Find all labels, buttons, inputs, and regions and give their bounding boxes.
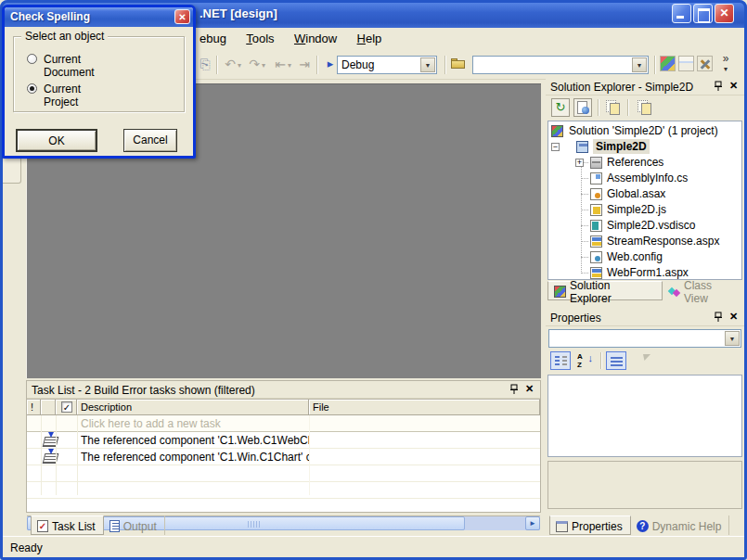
properties-view-icon[interactable] <box>606 351 626 370</box>
pin-icon[interactable] <box>713 312 724 323</box>
new-task-row[interactable]: Click here to add a new task <box>27 415 540 432</box>
find-combo[interactable]: ▼ <box>472 56 649 74</box>
scroll-right-icon[interactable]: ► <box>525 516 540 530</box>
properties-tab-bar: Properties ? Dynamic Help <box>549 515 729 535</box>
redo-dropdown-icon[interactable]: ▾ <box>262 61 265 70</box>
tree-item-vsdisco[interactable]: Simple2D.vsdisco <box>548 218 741 234</box>
menu-item-help[interactable]: Help <box>349 28 391 50</box>
radio-icon[interactable] <box>27 54 37 64</box>
tree-item-web-config[interactable]: Web.config <box>548 249 741 265</box>
minimize-button[interactable] <box>672 4 691 23</box>
menu-item-window[interactable]: Window <box>286 28 345 50</box>
combo-dropdown-icon[interactable]: ▼ <box>420 57 435 72</box>
task-row[interactable]: The referenced component 'C1.Web.C1WebCh… <box>27 432 540 449</box>
solution-explorer-panel: Solution Explorer - Simple2D ✕ ↻ Solutio… <box>546 78 744 301</box>
close-icon[interactable]: ✕ <box>728 80 740 92</box>
tree-item-solution[interactable]: Solution 'Simple2D' (1 project) <box>548 123 741 139</box>
tab-label: Dynamic Help <box>652 520 722 533</box>
gridline <box>77 415 78 495</box>
tab-properties[interactable]: Properties <box>549 515 631 535</box>
chevron-dropdown-icon: ▾ <box>724 65 728 73</box>
show-all-files-icon[interactable] <box>635 98 653 117</box>
radio-selected-icon[interactable] <box>27 83 37 94</box>
empty-row <box>27 482 540 499</box>
tab-class-view[interactable]: Class View <box>663 281 747 300</box>
navigate-back-icon[interactable]: ⇤ <box>272 56 289 72</box>
menu-item-tools[interactable]: Tools <box>238 28 282 50</box>
bottom-tab-bar: ✓ Task List Output <box>31 515 165 535</box>
task-list-titlebar[interactable]: Task List - 2 Build Error tasks shown (f… <box>27 381 540 399</box>
ok-button[interactable]: OK <box>16 129 97 152</box>
properties-grid[interactable] <box>547 375 742 457</box>
references-icon <box>590 157 602 169</box>
tree-item-label: StreamResponse.aspx <box>607 235 719 248</box>
cs-file-icon <box>590 172 602 185</box>
priority-column-header[interactable]: ! <box>27 400 41 415</box>
pin-icon[interactable] <box>713 81 724 92</box>
properties-window-toolbar-icon[interactable] <box>678 56 694 71</box>
expand-expander-icon[interactable]: + <box>575 159 584 167</box>
tree-item-references[interactable]: + References <box>548 155 741 171</box>
navigate-forward-icon[interactable]: ⇥ <box>296 56 313 72</box>
solution-tree: Solution 'Simple2D' (1 project) − Simple… <box>547 121 742 280</box>
tab-task-list[interactable]: ✓ Task List <box>31 515 104 535</box>
tree-item-streamresponse[interactable]: StreamResponse.aspx <box>548 234 741 249</box>
combo-dropdown-icon[interactable]: ▼ <box>632 57 647 72</box>
tab-solution-explorer[interactable]: Solution Explorer <box>547 281 663 300</box>
tree-item-assemblyinfo[interactable]: AssemblyInfo.cs <box>548 171 741 186</box>
property-description-box <box>547 461 742 509</box>
close-icon[interactable]: ✕ <box>523 383 535 395</box>
toolbar-separator <box>216 56 217 74</box>
toolbar-overflow-chevron[interactable]: » ▾ <box>719 54 732 74</box>
tree-item-simple2d-js[interactable]: Simple2D.js <box>548 202 741 218</box>
dialog-close-icon[interactable]: ✕ <box>174 9 190 24</box>
close-button[interactable]: ✕ <box>715 4 734 23</box>
dialog-title: Check Spelling <box>10 10 90 23</box>
maximize-button[interactable] <box>693 4 713 23</box>
cancel-button[interactable]: Cancel <box>123 129 177 152</box>
properties-toolbar: A Z ↓ <box>548 350 741 373</box>
solution-configuration-combo[interactable]: Debug ▼ <box>337 56 437 74</box>
properties-titlebar[interactable]: Properties ✕ <box>546 309 744 326</box>
print-icon[interactable]: ⎘ <box>197 56 213 72</box>
undo-dropdown-icon[interactable]: ▾ <box>238 61 241 70</box>
navigate-back-dropdown-icon[interactable]: ▾ <box>288 61 291 70</box>
tree-item-project[interactable]: − Simple2D <box>548 139 741 155</box>
gridline <box>56 415 57 495</box>
dialog-titlebar[interactable]: Check Spelling ✕ <box>5 7 193 27</box>
tree-item-global-asax[interactable]: Global.asax <box>548 186 741 202</box>
events-icon[interactable] <box>634 351 654 370</box>
undo-icon[interactable]: ↶ <box>222 56 238 72</box>
output-icon <box>109 520 120 532</box>
view-code-icon[interactable] <box>573 98 592 117</box>
tab-dynamic-help[interactable]: ? Dynamic Help <box>631 515 730 535</box>
category-column-header[interactable] <box>41 400 56 415</box>
tab-output[interactable]: Output <box>104 515 165 535</box>
copy-web-project-icon[interactable] <box>603 98 622 117</box>
menu-item-debug[interactable]: ebug <box>191 28 235 50</box>
task-row[interactable]: The referenced component 'C1.Win.C1Chart… <box>27 449 540 465</box>
solution-explorer-toolbar-icon[interactable] <box>660 56 676 71</box>
find-in-files-icon[interactable] <box>450 56 469 72</box>
radio-label: Current Document <box>44 53 95 79</box>
categorized-icon[interactable] <box>550 351 571 370</box>
pin-icon[interactable] <box>509 384 520 395</box>
redo-icon[interactable]: ↷ <box>246 56 263 72</box>
collapse-expander-icon[interactable]: − <box>551 143 560 151</box>
properties-panel: Properties ✕ ▼ A Z ↓ <box>546 309 744 513</box>
combo-dropdown-icon[interactable]: ▼ <box>725 331 740 346</box>
checkbox-icon: ✓ <box>61 401 72 413</box>
file-column-header[interactable]: File <box>309 400 540 415</box>
alphabetical-sort-icon[interactable]: A Z ↓ <box>574 351 595 370</box>
solution-explorer-titlebar[interactable]: Solution Explorer - Simple2D ✕ <box>546 78 744 95</box>
close-icon[interactable]: ✕ <box>728 311 740 323</box>
object-selector-combo[interactable]: ▼ <box>548 329 741 348</box>
refresh-icon[interactable]: ↻ <box>551 98 570 117</box>
checked-column-header[interactable]: ✓ <box>56 400 77 415</box>
description-column-header[interactable]: Description <box>77 400 309 415</box>
toolbox-toolbar-icon[interactable] <box>697 56 713 71</box>
toolbar-separator <box>316 56 317 74</box>
tab-label: Class View <box>684 279 739 305</box>
task-list-grid: ! ✓ Description File Click here to add a… <box>27 399 540 512</box>
gridline <box>309 415 310 495</box>
